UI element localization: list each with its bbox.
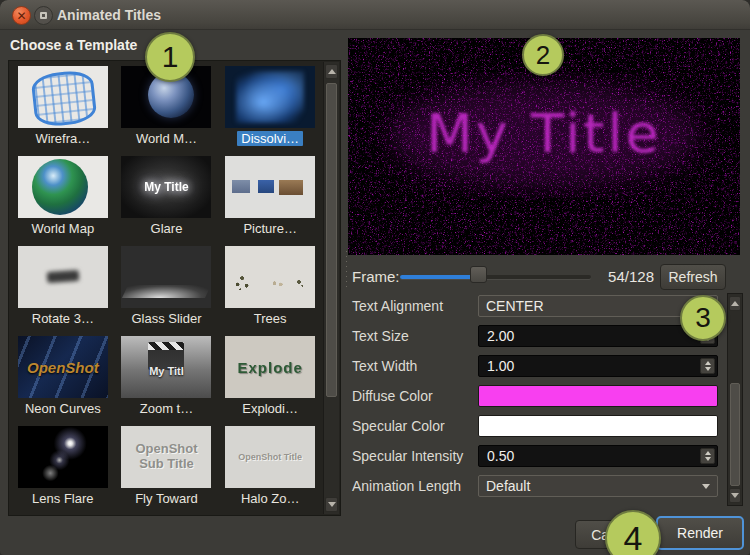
property-label: Diffuse Color (352, 385, 476, 407)
template-thumbnail (225, 66, 315, 128)
annotation-badge-1: 1 (145, 32, 195, 82)
template-thumbnail (18, 156, 108, 218)
spin-up-icon (705, 448, 711, 455)
property-spinbox[interactable]: 1.00 (478, 355, 718, 377)
titlebar[interactable]: ✕ Animated Titles (0, 0, 750, 30)
template-thumbnail: OpenShot Sub Title (121, 426, 211, 488)
frame-label: Frame: (352, 263, 400, 291)
property-label: Animation Length (352, 475, 476, 497)
splitter-grip[interactable] (345, 249, 348, 291)
template-item[interactable]: Picture… (218, 153, 322, 243)
color-swatch-button[interactable] (478, 385, 718, 407)
spinner-buttons[interactable] (700, 358, 715, 374)
choose-template-heading: Choose a Template (10, 37, 137, 53)
render-button[interactable]: Render (656, 516, 744, 550)
template-thumbnail: Explode (225, 336, 315, 398)
template-list-scrollbar[interactable] (323, 62, 339, 514)
property-row: Diffuse Color (352, 385, 718, 407)
maximize-button[interactable] (34, 6, 53, 25)
template-item[interactable]: Lens Flare (11, 423, 115, 513)
template-thumbnail: My Title (121, 156, 211, 218)
template-thumbnail: OpenShot (18, 336, 108, 398)
annotation-badge-2: 2 (522, 34, 564, 76)
triangle-up-icon (731, 297, 739, 306)
scroll-up-button[interactable] (325, 64, 338, 79)
template-label: Halo Zo… (237, 491, 304, 506)
chevron-down-icon (702, 484, 710, 493)
template-label: Glare (147, 221, 187, 236)
template-label: Glass Slider (127, 311, 205, 326)
property-combobox[interactable]: Default (478, 475, 718, 497)
properties-panel: Text Alignment CENTER Text Size 2.00 Tex… (352, 295, 718, 497)
template-label: World M… (132, 131, 201, 146)
template-thumbnail (225, 246, 315, 308)
close-button[interactable]: ✕ (12, 6, 31, 25)
template-thumbnail-text: My Titl (121, 336, 211, 398)
template-thumbnail: OpenShot Title (225, 426, 315, 488)
frame-slider-fill (400, 275, 478, 279)
template-item[interactable]: Rotate 3… (11, 243, 115, 333)
triangle-up-icon (328, 65, 336, 74)
frame-slider[interactable] (400, 263, 591, 291)
template-label: Wirefra… (31, 131, 94, 146)
template-label: Lens Flare (28, 491, 97, 506)
template-item[interactable]: Trees (218, 243, 322, 333)
template-list[interactable]: Wirefra… World M… Dissolvi… World Map My… (8, 60, 341, 516)
property-label: Specular Color (352, 415, 476, 437)
frame-slider-handle[interactable] (470, 266, 487, 283)
property-label: Text Alignment (352, 295, 476, 317)
property-spinbox[interactable]: 0.50 (478, 445, 718, 467)
template-thumbnail-text: OpenShot (18, 336, 108, 398)
spin-down-icon (705, 367, 711, 374)
template-label: Picture… (239, 221, 300, 236)
spin-down-icon (705, 457, 711, 464)
template-item[interactable]: OpenShot Neon Curves (11, 333, 115, 423)
template-item[interactable]: Dissolvi… (218, 63, 322, 153)
scroll-down-button[interactable] (325, 497, 338, 512)
template-thumbnail: My Titl (121, 336, 211, 398)
animated-titles-dialog: ✕ Animated Titles Choose a Template Wire… (0, 0, 750, 555)
spin-up-icon (705, 358, 711, 365)
color-swatch-button[interactable] (478, 415, 718, 437)
property-label: Specular Intensity (352, 445, 476, 467)
template-thumbnail-text: OpenShot Sub Title (121, 426, 211, 488)
template-thumbnail (18, 426, 108, 488)
template-item[interactable]: OpenShot Sub Title Fly Toward (115, 423, 219, 513)
property-row: Specular Color (352, 415, 718, 437)
template-thumbnail (18, 246, 108, 308)
properties-scrollbar[interactable] (727, 293, 743, 506)
combobox-value: CENTER (486, 296, 544, 316)
template-item[interactable]: Explode Explodi… (218, 333, 322, 423)
frame-counter: 54/128 (602, 263, 654, 291)
scroll-down-button[interactable] (729, 488, 741, 503)
template-item[interactable]: My Title Glare (115, 153, 219, 243)
triangle-down-icon (731, 493, 739, 502)
scrollbar-thumb[interactable] (326, 83, 337, 397)
template-thumbnail-text: OpenShot Title (225, 426, 315, 488)
template-label: Trees (250, 311, 291, 326)
annotation-badge-3: 3 (680, 295, 726, 341)
template-item[interactable]: OpenShot Title Halo Zo… (218, 423, 322, 513)
scroll-up-button[interactable] (729, 296, 741, 311)
template-label: Rotate 3… (28, 311, 98, 326)
template-item[interactable]: Wirefra… (11, 63, 115, 153)
template-label: Neon Curves (21, 401, 105, 416)
scrollbar-thumb[interactable] (730, 383, 740, 486)
template-label: Explodi… (238, 401, 302, 416)
template-item[interactable]: World Map (11, 153, 115, 243)
template-item[interactable]: Glass Slider (115, 243, 219, 333)
spinbox-value: 1.00 (487, 356, 514, 376)
property-row: Text Width 1.00 (352, 355, 718, 377)
refresh-button[interactable]: Refresh (660, 264, 726, 290)
template-thumbnail-text: Explode (225, 336, 315, 398)
template-thumbnail (121, 246, 211, 308)
template-label: Dissolvi… (237, 131, 303, 146)
spinbox-value: 0.50 (487, 446, 514, 466)
spinner-buttons[interactable] (700, 448, 715, 464)
property-row: Text Alignment CENTER (352, 295, 718, 317)
template-item[interactable]: My Titl Zoom t… (115, 333, 219, 423)
template-thumbnail-text: My Title (121, 156, 211, 218)
property-label: Text Width (352, 355, 476, 377)
template-thumbnail (18, 66, 108, 128)
property-label: Text Size (352, 325, 476, 347)
